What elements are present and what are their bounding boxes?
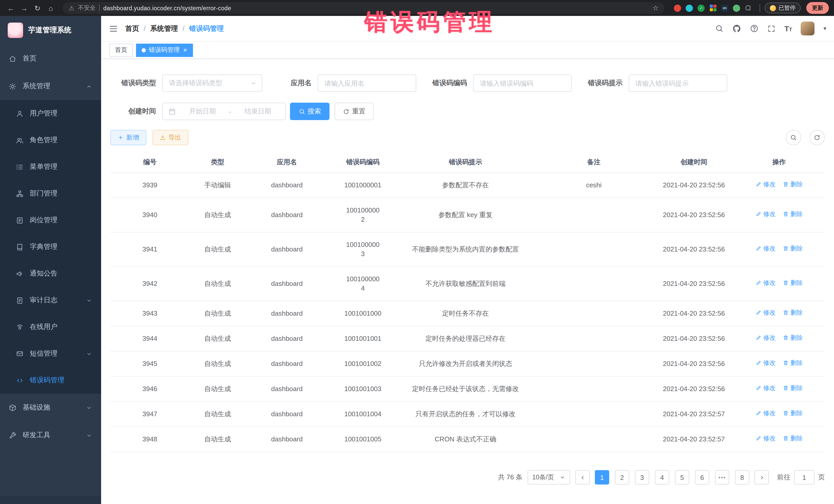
sidebar-collapse-bar[interactable] (0, 496, 101, 504)
error-hint-input[interactable] (629, 74, 727, 92)
add-button[interactable]: 新增 (110, 130, 146, 145)
more-pages-button[interactable]: ••• (715, 470, 729, 484)
browser-back-icon[interactable]: ← (5, 2, 17, 14)
help-icon[interactable] (750, 24, 759, 33)
sidebar-item-audit-log[interactable]: 审计日志 (0, 287, 101, 313)
edit-link[interactable]: 修改 (755, 410, 775, 416)
toggle-search-button[interactable] (786, 130, 801, 145)
green-check-icon[interactable]: ✓ (698, 4, 705, 12)
page-button-5[interactable]: 5 (675, 470, 689, 484)
cell-app: dashboard (246, 267, 328, 301)
refresh-table-button[interactable] (809, 130, 825, 145)
message-icon (16, 350, 24, 357)
sidebar-item-user[interactable]: 用户管理 (0, 100, 101, 127)
caret-down-icon[interactable]: ▾ (824, 25, 826, 32)
browser-reload-icon[interactable]: ↻ (32, 2, 43, 14)
sidebar-item-menu[interactable]: 菜单管理 (0, 153, 101, 180)
browser-forward-icon[interactable]: → (19, 2, 30, 14)
edit-link[interactable]: 修改 (755, 280, 775, 286)
color-drop-icon[interactable] (686, 4, 693, 12)
recording-indicator-icon[interactable] (674, 4, 681, 12)
page-button-6[interactable]: 6 (695, 470, 709, 484)
password-on-icon[interactable]: on (721, 4, 728, 12)
next-page-button[interactable] (754, 470, 769, 484)
sidebar-item-error-code[interactable]: 错误码管理 (0, 367, 101, 394)
page-button-8[interactable]: 8 (735, 470, 749, 484)
edit-link[interactable]: 修改 (755, 335, 775, 341)
error-code-input[interactable] (473, 74, 572, 92)
reset-button[interactable]: 重置 (335, 103, 374, 120)
delete-link[interactable]: 删除 (783, 410, 803, 416)
delete-link[interactable]: 删除 (783, 335, 803, 341)
sidebar-item-system[interactable]: 系统管理 (0, 72, 101, 100)
page-button-2[interactable]: 2 (615, 470, 629, 484)
delete-link[interactable]: 删除 (783, 280, 803, 286)
page-button-1[interactable]: 1 (595, 470, 609, 484)
delete-link[interactable]: 删除 (783, 181, 803, 187)
header-search-icon[interactable] (715, 24, 724, 33)
page-button-4[interactable]: 4 (655, 470, 669, 484)
app-name-input[interactable] (318, 74, 416, 92)
sidebar-item-infra[interactable]: 基础设施 (0, 394, 101, 421)
app-logo[interactable]: 芋道管理系统 (0, 16, 101, 45)
edit-link[interactable]: 修改 (755, 309, 775, 316)
cell-remark (533, 301, 654, 326)
app-header: 首页 / 系统管理 / 错误码管理 TT ▾ (101, 16, 834, 42)
create-time-range-picker[interactable]: 开始日期 - 结束日期 (162, 103, 286, 120)
browser-home-icon[interactable]: ⌂ (45, 2, 57, 14)
export-button[interactable]: 导出 (152, 130, 188, 145)
edit-link[interactable]: 修改 (755, 181, 775, 187)
bookmark-star-icon[interactable]: ☆ (653, 4, 658, 12)
app-name-label: 应用名 (262, 79, 318, 88)
breadcrumb-system[interactable]: 系统管理 (150, 24, 178, 33)
font-size-icon[interactable]: TT (784, 25, 792, 32)
hamburger-icon[interactable] (109, 24, 118, 33)
edit-link[interactable]: 修改 (755, 211, 775, 217)
breadcrumb-home[interactable]: 首页 (125, 24, 139, 33)
sidebar-item-sms[interactable]: 短信管理 (0, 340, 101, 367)
sidebar-item-dict[interactable]: 字典管理 (0, 234, 101, 260)
tab-error-code[interactable]: 错误码管理 × (136, 43, 193, 57)
page-button-3[interactable]: 3 (635, 470, 649, 484)
edit-link[interactable]: 修改 (755, 435, 775, 441)
cell-code: 1001001000 (328, 301, 398, 326)
close-tab-icon[interactable]: × (183, 47, 187, 53)
delete-link[interactable]: 删除 (783, 385, 803, 391)
edit-link[interactable]: 修改 (755, 385, 775, 391)
sidebar-item-home[interactable]: 首页 (0, 45, 101, 72)
delete-link[interactable]: 删除 (783, 245, 803, 251)
cell-remark (533, 401, 654, 427)
error-type-select[interactable]: 请选择错误码类型 (162, 74, 262, 92)
edit-link[interactable]: 修改 (755, 360, 775, 366)
edit-link[interactable]: 修改 (755, 245, 775, 251)
github-icon[interactable] (732, 24, 741, 33)
delete-link[interactable]: 删除 (783, 360, 803, 366)
sidebar-item-dev-tools[interactable]: 研发工具 (0, 421, 101, 449)
address-bar[interactable]: ⚠ 不安全 dashboard.yudao.iocoder.cn/system/… (63, 2, 665, 14)
delete-link[interactable]: 删除 (783, 435, 803, 441)
sidebar-item-notice[interactable]: 通知公告 (0, 260, 101, 287)
page-size-select[interactable]: 10条/页 (528, 470, 570, 484)
extensions-puzzle-icon[interactable] (745, 4, 752, 12)
prev-page-button[interactable] (575, 470, 590, 484)
delete-link[interactable]: 删除 (783, 211, 803, 217)
sidebar-item-dept[interactable]: 部门管理 (0, 180, 101, 207)
chevron-down-icon (559, 474, 566, 480)
sidebar: 芋道管理系统 首页系统管理用户管理角色管理菜单管理部门管理岗位管理字典管理通知公… (0, 16, 101, 504)
sidebar-item-label: 基础设施 (23, 403, 50, 412)
apps-grid-icon[interactable] (709, 4, 717, 12)
goto-page-input[interactable] (794, 470, 814, 484)
browser-update-button[interactable]: 更新 (806, 2, 829, 14)
sidebar-item-online-user[interactable]: 在线用户 (0, 313, 101, 340)
search-button[interactable]: 搜索 (290, 103, 329, 120)
sidebar-item-role[interactable]: 角色管理 (0, 127, 101, 153)
sidebar-item-label: 岗位管理 (30, 216, 58, 225)
paused-badge[interactable]: 已暂停 (765, 3, 800, 13)
leaf-icon[interactable] (733, 4, 740, 12)
user-avatar[interactable] (801, 22, 815, 36)
fullscreen-icon[interactable] (767, 24, 775, 32)
delete-link[interactable]: 删除 (783, 309, 803, 316)
cell-time: 2021-04-20 23:52:56 (654, 173, 733, 198)
sidebar-item-post[interactable]: 岗位管理 (0, 207, 101, 234)
tab-home[interactable]: 首页 (109, 43, 133, 57)
